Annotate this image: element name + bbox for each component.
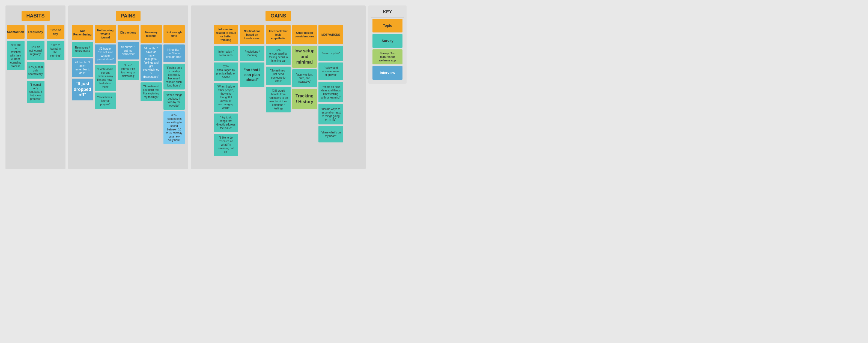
habits-col-satisfaction: Satisfaction 79% are not satisfied with … [7,25,25,103]
pains-toomanyfeelings-item-1: "Sometimes I just don't feel like explor… [141,83,162,101]
gains-motivations-item-3: "decide ways to respond or react to thin… [318,104,343,124]
key-item-topic: Topic [372,19,402,32]
gains-feedback-header: Feedback that feels empathetic [266,25,290,44]
gains-col-motivations: MOTIVATIONS "record my life" "review and… [318,25,343,156]
key-items: Topic Survey Survey: Top features for we… [371,19,404,80]
gains-information-item-1: 28% encouraged by practical help or advi… [214,62,238,81]
gains-information-item-4: "I like to do research on what I'm stres… [214,134,238,156]
main-container: HABITS Satisfaction 79% are not satisfie… [0,0,868,175]
habits-section: HABITS Satisfaction 79% are not satisfie… [5,5,65,169]
gains-col-feedback: Feedback that feels empathetic 22% encou… [266,25,290,156]
gains-title: GAINS [266,11,291,21]
pains-notenoughtime-item-0: #4 hurdle: "I don't have enough time" [163,44,185,62]
gains-otherdesign-header: Other design considerations [292,25,317,44]
habits-frequency-item-2: "I journal very regularly, it helps me p… [27,81,44,103]
pains-header: PAINS [72,11,184,21]
pains-section: PAINS Not Remembering Reminders / Notifi… [68,5,188,169]
gains-col-notifications: Notifications based on trends mood Predi… [240,25,265,156]
gains-feedback-item-0: 22% encouraged by feeling heard, a liste… [266,46,290,65]
habits-satisfaction-item-0: 79% are not satisfied with their current… [7,41,25,70]
pains-distractions-item-1: "I can't journal if it's too noisy or di… [118,61,139,80]
pains-notremembering-item-1: #1 hurdle: "I don't remember to do it" [72,58,93,77]
pains-col-notremembering: Not Remembering Reminders / Notification… [72,25,93,144]
habits-frequency-item-1: 40% journal only sporadically [27,62,44,79]
key-section: KEY Topic Survey Survey: Top features fo… [368,5,407,84]
key-item-interview: Interview [372,66,402,80]
gains-motivations-item-0: "record my life" [318,46,343,61]
habits-col-frequency: Frequency 82% do not journal regularly 4… [27,25,44,103]
pains-notknowing-item-0: #2 hurdle: "I'm not sure what to journal… [95,44,116,64]
gains-motivations-item-4: "share what's on my heart" [318,126,343,143]
pains-notremembering-item-0: Reminders / Notifications [72,42,93,57]
gains-notifications-item-0: Predictions / Planning [240,46,265,61]
pains-col-distractions: Distractions #3 hurdle: "I get too distr… [118,25,139,144]
gains-feedback-item-2: 43% would benefit from reminders to be m… [266,87,290,113]
pains-notknowing-item-1: "I write about current events in my life… [95,65,116,91]
habits-columns: Satisfaction 79% are not satisfied with … [9,25,61,103]
habits-col-timeofday: Time of day "I like to journal in the mo… [46,25,64,103]
gains-header: GAINS [195,11,362,21]
gains-information-item-0: Information / Resources [214,46,238,61]
gains-notifications-header: Notifications based on trends mood [240,25,265,44]
key-item-survey: Survey [372,34,402,48]
gains-motivations-header: MOTIVATIONS [318,25,343,44]
pains-notenoughtime-item-1: "Finding time in the day, especially bec… [163,64,185,90]
habits-frequency-header: Frequency [27,25,44,39]
pains-toomanyfeelings-header: Too many feelings [141,25,162,43]
gains-notifications-item-1: "so that I can plan ahead" [240,62,265,87]
key-item-survey-topfeatures: Survey: Top features for wellness app [372,50,402,64]
pains-title: PAINS [116,11,141,21]
habits-header: HABITS [9,11,61,21]
key-divider [371,17,404,18]
gains-information-item-3: "I try to do things that directly addres… [214,114,238,132]
pains-notknowing-item-2: "Sometimes I journal prayers" [95,93,116,109]
gains-motivations-item-2: "reflect on new ideas and things I'm wre… [318,82,343,102]
gains-motivations-item-1: "review and observe areas of growth" [318,62,343,80]
habits-timeofday-item-0: "I like to journal in the morning" [46,41,64,60]
pains-notenoughtime-header: Not enough time [163,25,185,43]
pains-columns: Not Remembering Reminders / Notification… [72,25,184,144]
gains-col-otherdesign: Other design considerations low setup an… [292,25,317,156]
gains-col-information: Information related to issue or better t… [214,25,238,156]
pains-toomanyfeelings-item-0: #4 hurdle: "I have too many thoughts / f… [141,44,162,81]
pains-notremembering-item-2: "It just dropped off" [72,79,93,100]
pains-notremembering-header: Not Remembering [72,25,93,40]
gains-section: GAINS Information related to issue or be… [191,5,366,169]
pains-col-toomanyfeelings: Too many feelings #4 hurdle: "I have too… [141,25,162,144]
gains-otherdesign-item-0: low setup and minimal [292,46,317,68]
pains-col-notknowing: Not knowing what to journal #2 hurdle: "… [95,25,116,144]
key-title: KEY [371,9,404,14]
habits-timeofday-header: Time of day [46,25,64,39]
habits-satisfaction-header: Satisfaction [7,25,25,39]
gains-otherdesign-item-2: Tracking / History [292,89,317,109]
pains-distractions-header: Distractions [118,25,139,40]
gains-feedback-item-1: "Sometimes I just need someone to listen… [266,67,290,85]
pains-col-notenoughtime: Not enough time #4 hurdle: "I don't have… [163,25,185,144]
pains-distractions-item-0: #3 hurdle: "I get too distracted" [118,42,139,60]
pains-notenoughtime-item-3: 60% respondents are willing to spend bet… [163,111,185,144]
pains-notknowing-header: Not knowing what to journal [95,25,116,43]
gains-information-header: Information related to issue or better t… [214,25,238,44]
gains-information-item-2: "When I talk to other people, they give … [214,83,238,112]
gains-columns: Information related to issue or better t… [195,25,362,156]
pains-notenoughtime-item-2: "When things get busy it falls by the wa… [163,91,185,110]
habits-frequency-item-0: 82% do not journal regularly [27,41,44,60]
habits-title: HABITS [22,11,50,21]
gains-otherdesign-item-1: "app was fun, cute, and interactive" [292,69,317,87]
